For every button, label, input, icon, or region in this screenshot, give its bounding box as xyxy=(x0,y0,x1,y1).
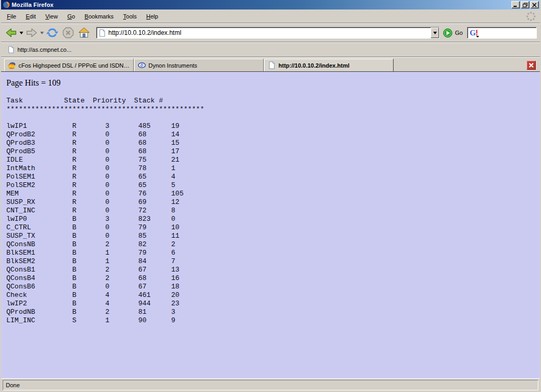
back-button[interactable] xyxy=(3,25,19,41)
google-icon[interactable]: G xyxy=(469,28,480,38)
table-row: QProdB5 R 0 68 17 xyxy=(6,147,540,156)
table-row: MEM R 0 76 105 xyxy=(6,190,540,198)
url-input[interactable] xyxy=(108,29,431,36)
forward-button[interactable] xyxy=(24,25,40,41)
url-bar xyxy=(96,27,440,39)
home-button[interactable] xyxy=(76,25,92,41)
table-separator: ****************************************… xyxy=(6,105,540,114)
menubar-items: FileEditViewGoBookmarksToolsHelp xyxy=(2,11,163,22)
table-row: QProdNB B 2 81 3 xyxy=(6,308,540,316)
table-row: CNT_INC R 0 72 8 xyxy=(6,207,540,215)
tab-bar: cFoscFos Highspeed DSL / PPPoE und ISDN … xyxy=(1,57,540,72)
table-row: C_CTRL B 0 79 10 xyxy=(6,223,540,232)
menu-file[interactable]: File xyxy=(2,11,21,22)
firefox-logo-icon xyxy=(3,1,10,8)
svg-text:G: G xyxy=(470,29,476,37)
tab-label: Dynon Instruments xyxy=(148,62,197,69)
table-row: BlkSEM2 B 1 84 7 xyxy=(6,257,540,266)
table-row: PolSEM1 R 0 65 4 xyxy=(6,173,540,181)
navigation-toolbar: Go G xyxy=(1,23,540,42)
window-title: Mozilla Firefox xyxy=(12,2,510,8)
table-row: IDLE R 0 75 21 xyxy=(6,156,540,164)
svg-text:D: D xyxy=(141,63,144,68)
tab-2[interactable]: DDynon Instruments xyxy=(134,59,264,71)
table-row: QProdB2 R 0 68 14 xyxy=(6,130,540,139)
menu-help[interactable]: Help xyxy=(142,11,163,22)
stop-button[interactable] xyxy=(60,25,76,41)
table-row: SUSP_TX B 0 85 11 xyxy=(6,232,540,240)
table-row: SUSP_RX R 0 69 12 xyxy=(6,198,540,207)
page-icon xyxy=(98,29,106,37)
table-header: Task State Priority Stack # xyxy=(6,97,540,105)
url-dropdown-button[interactable] xyxy=(431,27,439,38)
browser-window: Mozilla Firefox FileEditViewGoBookmarksT… xyxy=(0,0,541,392)
table-row: BlkSEM1 B 1 79 6 xyxy=(6,249,540,257)
back-dropdown-icon[interactable] xyxy=(19,26,24,39)
menu-edit[interactable]: Edit xyxy=(21,11,41,22)
task-table-rows: lwIP1 R 3 485 19QProdB2 R 0 68 14QProdB3… xyxy=(6,122,540,325)
go-button[interactable]: Go xyxy=(443,28,463,38)
go-label: Go xyxy=(455,30,463,36)
table-row: lwIP1 R 3 485 19 xyxy=(6,122,540,130)
close-tab-button[interactable] xyxy=(527,61,536,70)
go-icon xyxy=(443,28,453,38)
status-bar: Done xyxy=(1,378,540,391)
svg-text:cFos: cFos xyxy=(8,64,16,68)
minimize-button[interactable] xyxy=(511,1,520,8)
table-row: IntMath R 0 78 1 xyxy=(6,164,540,173)
titlebar: Mozilla Firefox xyxy=(1,0,540,10)
menubar: FileEditViewGoBookmarksToolsHelp xyxy=(1,10,540,23)
bookmarks-toolbar: http://as.cmpnet.co... xyxy=(1,42,540,57)
dynon-favicon: D xyxy=(138,61,146,69)
search-box: G xyxy=(467,27,537,39)
page-content: Page Hits = 109 Task State Priority Stac… xyxy=(1,72,540,378)
close-button[interactable] xyxy=(530,1,539,8)
tab-label: cFos Highspeed DSL / PPPoE und ISDN CAP.… xyxy=(18,62,130,69)
bookmark-label: http://as.cmpnet.co... xyxy=(17,46,71,53)
table-row: QProdB3 R 0 68 15 xyxy=(6,139,540,147)
table-row: QConsNB B 2 82 2 xyxy=(6,240,540,249)
menu-tools[interactable]: Tools xyxy=(118,11,142,22)
tab-3[interactable]: http://10.0.10.2/index.html xyxy=(264,59,394,71)
menu-view[interactable]: View xyxy=(41,11,63,22)
tabs-container: cFoscFos Highspeed DSL / PPPoE und ISDN … xyxy=(4,59,394,71)
throbber-icon xyxy=(525,11,537,22)
table-row: lwIP0 B 3 823 0 xyxy=(6,215,540,223)
table-row: LIM_INC S 1 90 9 xyxy=(6,316,540,325)
table-row: QConsB4 B 2 68 16 xyxy=(6,274,540,283)
table-row: Check B 4 461 20 xyxy=(6,291,540,300)
page-favicon xyxy=(268,61,276,69)
tab-1[interactable]: cFoscFos Highspeed DSL / PPPoE und ISDN … xyxy=(4,59,134,71)
table-row: lwIP2 B 4 944 23 xyxy=(6,300,540,308)
forward-dropdown-icon[interactable] xyxy=(40,26,44,39)
menu-go[interactable]: Go xyxy=(62,11,80,22)
bookmarks-items: http://as.cmpnet.co... xyxy=(4,44,74,55)
menu-bookmarks[interactable]: Bookmarks xyxy=(80,11,118,22)
tab-label: http://10.0.10.2/index.html xyxy=(278,62,349,69)
page-hits-text: Page Hits = 109 xyxy=(6,78,540,88)
table-row: PolSEM2 R 0 65 5 xyxy=(6,181,540,190)
bookmark-item[interactable]: http://as.cmpnet.co... xyxy=(4,44,74,55)
reload-button[interactable] xyxy=(44,25,60,41)
status-text: Done xyxy=(3,380,538,390)
table-row: QConsB6 B 0 67 18 xyxy=(6,283,540,291)
table-row: QConsB1 B 2 67 13 xyxy=(6,266,540,274)
cfos-favicon: cFos xyxy=(8,61,16,69)
restore-button[interactable] xyxy=(521,1,529,8)
search-input[interactable] xyxy=(480,29,536,36)
